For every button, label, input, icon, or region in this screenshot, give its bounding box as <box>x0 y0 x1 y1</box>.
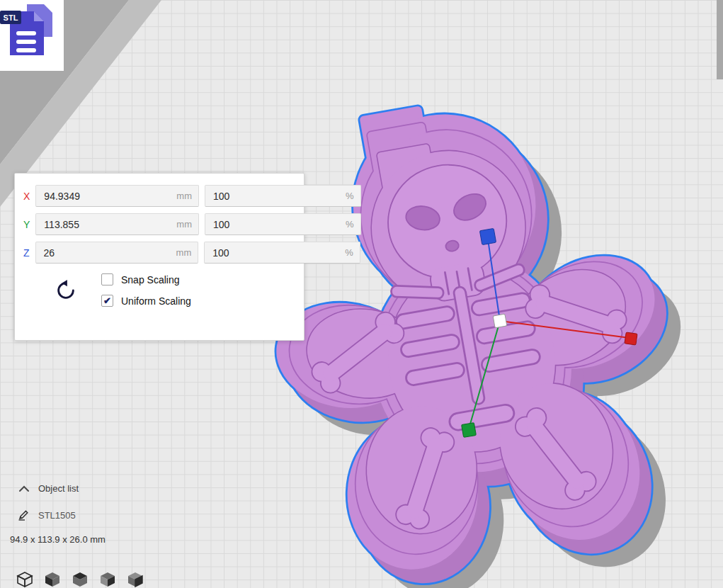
scale-x-mm-input[interactable] <box>42 190 173 203</box>
scale-z-mm-field[interactable]: mm <box>35 242 199 264</box>
snap-scaling-checkbox[interactable] <box>101 273 113 285</box>
object-list-label: Object list <box>38 483 79 494</box>
snap-scaling-label: Snap Scaling <box>121 274 180 285</box>
axis-y-label: Y <box>23 219 30 230</box>
mm-unit-label: mm <box>176 191 192 201</box>
reset-scale-button[interactable] <box>55 279 77 302</box>
view-orientation-toolbar <box>16 570 144 588</box>
scale-y-percent-input[interactable] <box>212 218 343 231</box>
view-left-button[interactable] <box>98 570 117 588</box>
scale-handle-center[interactable] <box>493 314 507 328</box>
scale-row-y: Y mm % <box>23 213 295 235</box>
scale-handle-y[interactable] <box>462 423 477 438</box>
scale-x-percent-field[interactable]: % <box>205 185 361 207</box>
mm-unit-label: mm <box>176 247 192 258</box>
stl-file-icon[interactable]: STL <box>0 0 64 71</box>
scale-x-mm-field[interactable]: mm <box>35 185 199 207</box>
uniform-scaling-checkbox[interactable] <box>101 295 113 307</box>
mm-unit-label: mm <box>176 219 192 230</box>
snap-scaling-option[interactable]: Snap Scaling <box>101 273 191 285</box>
scale-handle-x[interactable] <box>625 332 637 345</box>
scale-z-mm-input[interactable] <box>42 247 173 259</box>
uniform-scaling-option[interactable]: Uniform Scaling <box>101 295 191 307</box>
scale-z-percent-input[interactable] <box>211 247 342 259</box>
pencil-icon <box>18 509 29 521</box>
view-right-icon <box>126 570 144 588</box>
object-name-row[interactable]: STL1505 <box>18 509 76 521</box>
scale-row-z: Z mm % <box>23 242 295 264</box>
scale-row-x: X mm % <box>23 185 295 207</box>
view-3d-button[interactable] <box>16 570 34 588</box>
object-dimensions: 94.9 x 113.9 x 26.0 mm <box>10 534 106 545</box>
view-3d-icon <box>16 570 34 588</box>
reset-scale-icon <box>55 279 77 302</box>
scale-z-percent-field[interactable]: % <box>204 242 360 264</box>
scale-y-mm-field[interactable]: mm <box>35 213 199 235</box>
view-front-icon <box>43 570 62 588</box>
axis-z-label: Z <box>23 247 30 259</box>
scale-y-mm-input[interactable] <box>42 218 173 231</box>
scale-handle-z[interactable] <box>479 228 496 244</box>
view-front-button[interactable] <box>43 570 62 588</box>
object-list-toggle[interactable]: Object list <box>18 483 79 494</box>
scale-y-percent-field[interactable]: % <box>205 213 361 235</box>
percent-unit-label: % <box>346 191 354 201</box>
scale-tool-panel: X mm % Y mm % Z mm <box>14 173 304 341</box>
percent-unit-label: % <box>345 247 353 258</box>
object-name: STL1505 <box>38 510 76 521</box>
scale-options-row: Snap Scaling Uniform Scaling <box>23 273 295 307</box>
scale-x-percent-input[interactable] <box>212 190 343 203</box>
axis-x-label: X <box>23 191 30 202</box>
slicer-viewport: STL X mm % Y mm % <box>0 0 723 588</box>
view-left-icon <box>98 570 117 588</box>
view-top-icon <box>71 570 89 588</box>
view-top-button[interactable] <box>71 570 89 588</box>
chevron-up-icon <box>18 485 30 492</box>
percent-unit-label: % <box>346 219 354 230</box>
uniform-scaling-label: Uniform Scaling <box>121 295 191 307</box>
buildplate-right-edge <box>717 0 723 79</box>
view-right-button[interactable] <box>126 570 144 588</box>
stl-badge-label: STL <box>4 13 18 22</box>
